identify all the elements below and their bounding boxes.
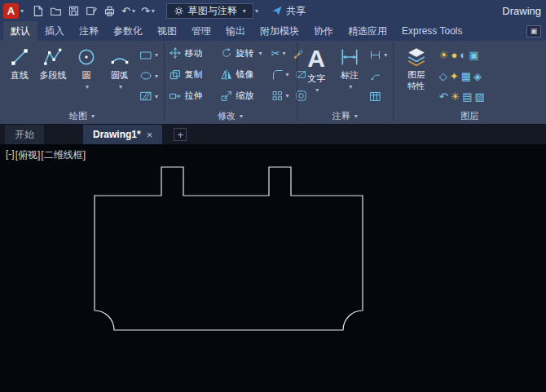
open-file-button[interactable] [50, 5, 62, 17]
view-control[interactable]: [俯视] [15, 148, 41, 162]
annotation-panel: A 文字 ▾ 标注 ▾ ▾ 注释▾ [297, 41, 393, 124]
rectangle-icon [139, 49, 152, 62]
fillet-button[interactable]: ▾ [271, 68, 289, 81]
ribbon-minimize-button[interactable]: ▣ [526, 25, 541, 37]
tab-collaborate[interactable]: 协作 [306, 21, 341, 41]
text-icon: A [307, 46, 325, 71]
linear-dimension-button[interactable]: ▾ [369, 49, 387, 61]
workspace-label: 草图与注释 [188, 4, 237, 18]
drawing-canvas[interactable]: [-] [俯视] [二维线框] [0, 144, 546, 392]
new-drawing-button[interactable]: + [174, 128, 187, 141]
plot-button[interactable] [103, 5, 116, 17]
move-button[interactable]: 移动 [169, 46, 214, 59]
undo-button[interactable]: ↶▾ [121, 6, 135, 16]
layer-delete-icon[interactable]: ▧ [475, 91, 485, 102]
mirror-button[interactable]: 镜像 [220, 68, 266, 81]
title-bar: A ▾ ↶▾ ↷▾ 草图与注释 ▾ ▾ 共享 Drawing [0, 0, 546, 21]
stretch-button[interactable]: 拉伸 [169, 90, 214, 103]
rotate-button[interactable]: 旋转▾ [220, 46, 266, 59]
redo-button[interactable]: ↷▾ [141, 6, 155, 16]
tab-parametric[interactable]: 参数化 [106, 21, 150, 41]
layer-isolate-icon[interactable]: ◇ [439, 71, 447, 81]
workspace-switcher[interactable]: 草图与注释 ▾ [166, 3, 253, 19]
app-menu-caret-icon[interactable]: ▾ [20, 7, 24, 15]
tab-manage[interactable]: 管理 [184, 21, 218, 41]
scale-icon [220, 90, 233, 103]
save-button[interactable] [68, 5, 80, 17]
trim-button[interactable]: ✂▾ [271, 48, 286, 59]
tab-start[interactable]: 开始 [5, 125, 44, 144]
visual-style-control[interactable]: [二维线框] [41, 148, 86, 162]
table-button[interactable] [369, 90, 387, 103]
text-button[interactable]: A 文字 ▾ [301, 43, 332, 108]
copy-button[interactable]: 复制 [169, 68, 214, 81]
annotation-panel-extra: ▾ [368, 43, 389, 108]
layers-panel: 图层 特性 ☀ ● ◐ ▣ ◇ ✦ ▦ ◈ ↶ ☀ [394, 41, 546, 124]
layer-prev-icon[interactable]: ↶ [439, 91, 448, 102]
tab-default[interactable]: 默认 [3, 21, 37, 41]
modify-panel-label[interactable]: 修改▾ [165, 108, 297, 124]
tab-view[interactable]: 视图 [150, 21, 184, 41]
layer-bulb-icon[interactable]: ● [451, 50, 457, 60]
viewport-menu-control[interactable]: [-] [6, 148, 15, 162]
printer-icon [103, 5, 116, 17]
arc-button[interactable]: 圆弧 ▾ [104, 43, 135, 108]
trim-icon: ✂ [271, 48, 280, 59]
layer-walk-icon[interactable]: ◈ [473, 71, 482, 81]
circle-icon [76, 46, 97, 68]
tab-annotate[interactable]: 注释 [72, 21, 106, 41]
polyline-button[interactable]: 多段线 [37, 43, 68, 108]
hatch-button[interactable]: ▾ [139, 90, 158, 103]
arc-caret-icon: ▾ [119, 83, 122, 90]
model-space [0, 144, 546, 392]
app-logo[interactable]: A [3, 3, 19, 19]
tab-addins[interactable]: 附加模块 [253, 21, 306, 41]
ellipse-icon [139, 69, 152, 82]
fillet-icon [271, 68, 284, 81]
layers-icon [406, 46, 427, 68]
layer-unisolate-icon[interactable]: ✦ [450, 71, 459, 81]
tab-output[interactable]: 输出 [218, 21, 253, 41]
stretch-icon [169, 90, 182, 103]
annotation-panel-label[interactable]: 注释▾ [297, 108, 393, 124]
drawing-shape[interactable] [95, 167, 363, 330]
tab-express-tools[interactable]: Express Tools [394, 21, 469, 41]
layer-freeze-icon[interactable]: ◐ [460, 50, 466, 60]
workspace-caret-icon: ▾ [243, 7, 246, 15]
layer-lock-icon[interactable]: ▣ [469, 50, 478, 60]
layer-merge-icon[interactable]: ▤ [462, 91, 472, 102]
save-as-button[interactable] [86, 5, 98, 17]
draw-panel-extra: ▾ ▾ ▾ [138, 43, 160, 108]
polyline-icon [42, 46, 64, 68]
copy-icon [169, 68, 182, 81]
hatch-icon [139, 90, 152, 103]
ellipse-button[interactable]: ▾ [139, 69, 158, 82]
share-button[interactable]: 共享 [271, 4, 306, 18]
draw-panel-label[interactable]: 绘图▾ [0, 108, 164, 124]
save-icon [68, 5, 80, 17]
rectangle-button[interactable]: ▾ [139, 49, 158, 62]
array-button[interactable]: ▾ [271, 90, 289, 102]
tab-drawing1[interactable]: Drawing1* × [83, 125, 162, 144]
layer-state-icon[interactable]: ☀ [451, 91, 460, 102]
modify-panel: 移动 旋转▾ ✂▾ 复制 镜像 ▾ 拉伸 缩放 ▾ [165, 41, 297, 124]
qat-customize-caret-icon[interactable]: ▾ [255, 7, 258, 15]
undo-icon: ↶ [121, 6, 130, 16]
new-file-button[interactable] [32, 5, 44, 17]
dimension-button[interactable]: 标注 ▾ [334, 43, 365, 108]
layer-properties-button[interactable]: 图层 特性 [398, 43, 435, 108]
layer-on-icon[interactable]: ☀ [439, 50, 449, 60]
scale-button[interactable]: 缩放 [220, 90, 266, 103]
arc-icon [109, 46, 130, 68]
line-button[interactable]: 直线 [4, 43, 35, 108]
tab-featured-apps[interactable]: 精选应用 [341, 21, 394, 41]
layers-panel-label[interactable]: 图层 [394, 108, 546, 124]
circle-button[interactable]: 圆 ▾ [71, 43, 102, 108]
line-icon [9, 46, 30, 68]
leader-button[interactable] [369, 70, 387, 82]
tab-insert[interactable]: 插入 [37, 21, 72, 41]
close-tab-icon[interactable]: × [147, 129, 153, 141]
linear-dimension-icon [369, 49, 381, 61]
document-title: Drawing [502, 5, 541, 17]
layer-match-icon[interactable]: ▦ [461, 71, 471, 81]
